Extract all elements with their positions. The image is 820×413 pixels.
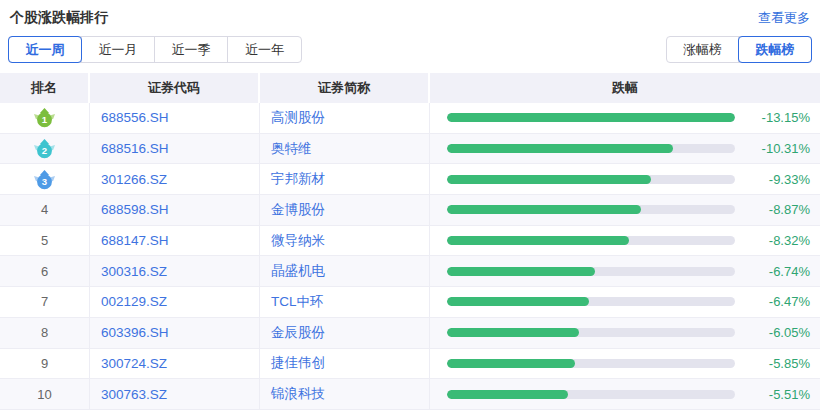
change-cell: -6.74%: [430, 256, 820, 286]
rank-medal-icon: 1: [33, 107, 56, 128]
change-percent-label: -6.05%: [735, 325, 810, 340]
table-row: 8603396.SH金辰股份-6.05%: [0, 318, 820, 349]
rank-cell: 10: [0, 379, 90, 409]
stock-name-link[interactable]: 金辰股份: [260, 318, 430, 348]
change-bar-track: [447, 297, 735, 306]
tab-近一年[interactable]: 近一年: [228, 37, 301, 62]
table-row: 7002129.SZTCL中环-6.47%: [0, 287, 820, 318]
stock-code-link[interactable]: 301266.SZ: [90, 164, 260, 194]
change-percent-label: -9.33%: [735, 172, 810, 187]
change-bar-fill: [447, 236, 629, 245]
change-cell: -9.33%: [430, 164, 820, 194]
change-bar-fill: [447, 297, 589, 306]
change-bar-fill: [447, 267, 595, 276]
stock-name-link[interactable]: 金博股份: [260, 195, 430, 225]
change-bar-track: [447, 267, 735, 276]
column-header-1: 证券代码: [90, 73, 260, 103]
table-body: 1688556.SH高测股份-13.15%2688516.SH奥特维-10.31…: [0, 103, 820, 410]
table-row: 10300763.SZ锦浪科技-5.51%: [0, 379, 820, 410]
stock-code-link[interactable]: 300763.SZ: [90, 379, 260, 409]
svg-text:2: 2: [42, 145, 47, 156]
stock-code-link[interactable]: 688147.SH: [90, 226, 260, 256]
stock-code-link[interactable]: 002129.SZ: [90, 287, 260, 317]
change-percent-label: -6.47%: [735, 294, 810, 309]
board-toggle: 涨幅榜跌幅榜: [666, 36, 812, 63]
rank-cell: 9: [0, 349, 90, 379]
stock-name-link[interactable]: 奥特维: [260, 134, 430, 164]
change-bar-track: [447, 144, 735, 153]
change-cell: -5.85%: [430, 349, 820, 379]
change-percent-label: -8.32%: [735, 233, 810, 248]
change-bar-fill: [447, 205, 641, 214]
tab-近一季[interactable]: 近一季: [155, 37, 228, 62]
stock-name-link[interactable]: 锦浪科技: [260, 379, 430, 409]
change-bar-fill: [447, 144, 673, 153]
stock-code-link[interactable]: 688598.SH: [90, 195, 260, 225]
view-more-link[interactable]: 查看更多: [758, 9, 810, 27]
table-row: 1688556.SH高测股份-13.15%: [0, 103, 820, 134]
toggle-跌幅榜[interactable]: 跌幅榜: [739, 37, 811, 62]
stock-name-link[interactable]: TCL中环: [260, 287, 430, 317]
stock-name-link[interactable]: 微导纳米: [260, 226, 430, 256]
change-cell: -5.51%: [430, 379, 820, 409]
period-tabs: 近一周近一月近一季近一年: [8, 36, 302, 63]
stock-change-ranking-widget: 个股涨跌幅排行 查看更多 近一周近一月近一季近一年 涨幅榜跌幅榜 排名证券代码证…: [0, 0, 820, 413]
ranking-table: 排名证券代码证券简称跌幅 1688556.SH高测股份-13.15%268851…: [0, 73, 820, 410]
change-bar-track: [447, 328, 735, 337]
rank-cell: 2: [0, 134, 90, 164]
change-percent-label: -6.74%: [735, 264, 810, 279]
table-row: 4688598.SH金博股份-8.87%: [0, 195, 820, 226]
rank-cell: 5: [0, 226, 90, 256]
stock-code-link[interactable]: 688516.SH: [90, 134, 260, 164]
change-bar-fill: [447, 113, 735, 122]
column-header-0: 排名: [0, 73, 90, 103]
stock-name-link[interactable]: 高测股份: [260, 103, 430, 133]
widget-header: 个股涨跌幅排行 查看更多: [0, 0, 820, 27]
table-row: 2688516.SH奥特维-10.31%: [0, 134, 820, 165]
rank-cell: 8: [0, 318, 90, 348]
change-percent-label: -5.51%: [735, 387, 810, 402]
rank-cell: 7: [0, 287, 90, 317]
change-cell: -8.87%: [430, 195, 820, 225]
change-bar-track: [447, 175, 735, 184]
rank-medal-icon: 3: [33, 169, 56, 190]
change-bar-track: [447, 359, 735, 368]
svg-text:3: 3: [42, 176, 47, 187]
table-row: 3301266.SZ宇邦新材-9.33%: [0, 164, 820, 195]
tab-近一月[interactable]: 近一月: [82, 37, 155, 62]
column-header-2: 证券简称: [260, 73, 430, 103]
stock-code-link[interactable]: 603396.SH: [90, 318, 260, 348]
change-percent-label: -5.85%: [735, 356, 810, 371]
change-percent-label: -13.15%: [735, 110, 810, 125]
stock-name-link[interactable]: 捷佳伟创: [260, 349, 430, 379]
stock-name-link[interactable]: 宇邦新材: [260, 164, 430, 194]
stock-code-link[interactable]: 300316.SZ: [90, 256, 260, 286]
stock-name-link[interactable]: 晶盛机电: [260, 256, 430, 286]
svg-text:1: 1: [42, 115, 48, 126]
change-bar-fill: [447, 328, 579, 337]
tab-近一周[interactable]: 近一周: [9, 37, 82, 62]
table-row: 6300316.SZ晶盛机电-6.74%: [0, 256, 820, 287]
table-row: 5688147.SH微导纳米-8.32%: [0, 226, 820, 257]
change-cell: -6.05%: [430, 318, 820, 348]
change-bar-fill: [447, 359, 575, 368]
rank-cell: 1: [0, 103, 90, 133]
change-bar-track: [447, 236, 735, 245]
change-bar-fill: [447, 175, 651, 184]
change-bar-track: [447, 390, 735, 399]
change-bar-track: [447, 113, 735, 122]
change-cell: -6.47%: [430, 287, 820, 317]
rank-cell: 6: [0, 256, 90, 286]
change-bar-track: [447, 205, 735, 214]
table-row: 9300724.SZ捷佳伟创-5.85%: [0, 349, 820, 380]
rank-cell: 4: [0, 195, 90, 225]
page-title: 个股涨跌幅排行: [10, 9, 108, 27]
column-header-3: 跌幅: [430, 73, 820, 103]
toggle-涨幅榜[interactable]: 涨幅榜: [667, 37, 739, 62]
stock-code-link[interactable]: 300724.SZ: [90, 349, 260, 379]
table-header-row: 排名证券代码证券简称跌幅: [0, 73, 820, 103]
change-percent-label: -8.87%: [735, 202, 810, 217]
rank-medal-icon: 2: [33, 138, 56, 159]
change-bar-fill: [447, 390, 568, 399]
stock-code-link[interactable]: 688556.SH: [90, 103, 260, 133]
